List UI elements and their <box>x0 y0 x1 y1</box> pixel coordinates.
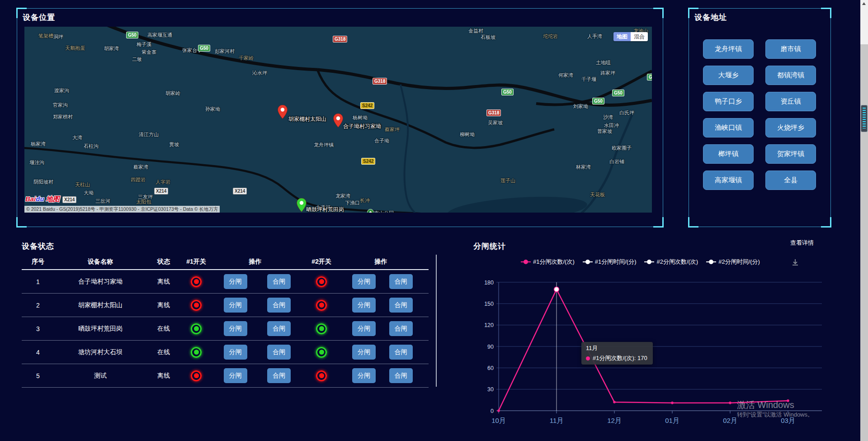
map-place-label: 沙湾 <box>603 114 613 121</box>
address-button-磨市镇[interactable]: 磨市镇 <box>765 39 816 59</box>
close-switch-button[interactable]: 合闸 <box>389 298 413 313</box>
close-switch-button[interactable]: 合闸 <box>389 274 413 289</box>
map-type-normal[interactable]: 地图 <box>613 32 631 41</box>
corner-decoration <box>688 217 698 228</box>
map-place-label: 贯坡 <box>169 141 179 148</box>
open-switch-button[interactable]: 分闸 <box>352 321 376 336</box>
close-switch-button[interactable]: 合闸 <box>389 345 413 360</box>
scrollbar-thumb[interactable] <box>861 105 868 132</box>
svg-text:30: 30 <box>487 386 494 393</box>
map-place-label: 笔架槽 <box>38 33 53 39</box>
close-switch-button[interactable]: 合闸 <box>389 368 413 383</box>
download-icon[interactable] <box>791 258 799 268</box>
scrollbar-up-arrow-icon[interactable] <box>862 2 866 5</box>
section-divider <box>436 255 437 387</box>
close-switch-button[interactable]: 合闸 <box>267 274 291 289</box>
map-place-label: 柳树坳 <box>460 131 475 138</box>
baidu-logo: Baidu 地图 <box>25 195 60 204</box>
corner-decoration <box>821 8 831 18</box>
close-switch-button[interactable]: 合闸 <box>267 321 291 336</box>
map-place-label: 天鹅抱蛋 <box>65 45 85 52</box>
map-place-label: 石柱沟 <box>84 143 99 150</box>
address-button-资丘镇[interactable]: 资丘镇 <box>765 92 816 111</box>
map-place-label: 人字岩 <box>156 179 170 185</box>
map-place-label: 大坳 <box>84 190 94 196</box>
table-cell: 晒鼓坪村荒田岗 <box>54 325 146 333</box>
open-switch-button[interactable]: 分闸 <box>224 298 247 313</box>
road-badge-g318: G318 <box>333 36 347 43</box>
close-switch-button[interactable]: 合闸 <box>267 345 291 360</box>
road-badge-g50: G50 <box>198 45 210 52</box>
table-cell: 在线 <box>146 325 181 333</box>
table-header-row: 序号设备名称状态#1开关操作#2开关操作 <box>22 254 429 270</box>
road-badge-g50: G50 <box>612 90 624 96</box>
open-switch-button[interactable]: 分闸 <box>224 274 247 289</box>
map-place-label: 紫金寨 <box>142 49 156 56</box>
address-button-鸭子口乡[interactable]: 鸭子口乡 <box>703 92 754 111</box>
address-button-渔峡口镇[interactable]: 渔峡口镇 <box>703 118 754 138</box>
tooltip-value-text: #1分闸次数/(次): 170 <box>593 354 647 362</box>
legend-label: #2分闸次数/(次) <box>656 258 698 266</box>
switch-status-indicator-red <box>191 370 202 381</box>
legend-item[interactable]: #1分闸次数/(次) <box>521 258 575 266</box>
map-place-label: 胡家湾 <box>104 45 119 52</box>
corner-decoration <box>653 8 664 18</box>
switch-status-indicator-green <box>316 347 327 358</box>
address-button-大堰乡[interactable]: 大堰乡 <box>703 66 754 85</box>
road-badge-x214: X214 <box>233 188 247 194</box>
switch-status-indicator-red <box>191 300 202 311</box>
switch-status-indicator-red <box>316 276 327 287</box>
device-address-title: 设备地址 <box>694 12 727 23</box>
open-switch-button[interactable]: 分闸 <box>352 274 376 289</box>
close-switch-button[interactable]: 合闸 <box>267 298 291 313</box>
table-cell: 在线 <box>146 348 181 356</box>
address-button-龙舟坪镇[interactable]: 龙舟坪镇 <box>703 39 754 59</box>
address-button-榔坪镇[interactable]: 榔坪镇 <box>703 144 754 164</box>
open-switch-button[interactable]: 分闸 <box>352 345 376 360</box>
page-scrollbar[interactable] <box>860 0 868 441</box>
address-button-火烧坪乡[interactable]: 火烧坪乡 <box>765 118 816 138</box>
table-header-cell: 设备名称 <box>54 258 146 266</box>
baidu-map[interactable]: 笔架槽洞坪天鹅抱蛋胡家湾高家堰互通梅子溪紫金寨二墩张家台子彭家河村千家岭沁水坪胡… <box>24 27 652 213</box>
open-switch-button[interactable]: 分闸 <box>224 345 247 360</box>
legend-item[interactable]: #2分闸时间/(分) <box>706 258 760 266</box>
map-type-hybrid[interactable]: 混合 <box>631 32 648 41</box>
legend-item[interactable]: #1分闸时间/(分) <box>583 258 637 266</box>
legend-marker-icon <box>521 260 531 264</box>
map-place-label: 路家坪 <box>600 70 615 76</box>
map-place-label: 堰洼沟 <box>29 159 44 166</box>
road-badge-x214: X214 <box>62 196 76 203</box>
device-marker-pin[interactable] <box>278 105 288 119</box>
map-place-label: 白氏坪 <box>619 109 634 116</box>
close-switch-button[interactable]: 合闸 <box>267 368 291 383</box>
view-details-link[interactable]: 查看详情 <box>790 239 814 247</box>
address-button-全县[interactable]: 全县 <box>765 171 816 190</box>
open-switch-button[interactable]: 分闸 <box>352 298 376 313</box>
map-place-label: 阴阳坡村 <box>33 179 53 185</box>
map-place-label: 林家湾 <box>576 164 591 171</box>
svg-text:120: 120 <box>484 322 494 328</box>
map-place-label: 二墩 <box>132 56 142 63</box>
open-switch-button[interactable]: 分闸 <box>352 368 376 383</box>
map-place-label: 四蹬岩 <box>131 176 146 183</box>
device-status-table: 序号设备名称状态#1开关操作#2开关操作1合子坳村习家坳离线分闸合闸分闸合闸2胡… <box>22 254 429 388</box>
map-place-label: 下渔口 <box>345 199 360 206</box>
address-button-高家堰镇[interactable]: 高家堰镇 <box>703 171 754 190</box>
road-badge-x214: X214 <box>154 188 168 194</box>
close-switch-button[interactable]: 合闸 <box>389 321 413 336</box>
table-header-cell: #2开关 <box>299 258 344 266</box>
address-button-贺家坪镇[interactable]: 贺家坪镇 <box>765 144 816 164</box>
road-badge-g50: G50 <box>126 32 138 38</box>
svg-text:180: 180 <box>484 280 494 286</box>
device-marker-pin[interactable] <box>297 198 307 212</box>
map-place-label: 人手湾 <box>587 33 602 40</box>
device-marker-pin[interactable] <box>333 114 343 128</box>
open-switch-button[interactable]: 分闸 <box>224 368 247 383</box>
table-cell: 离线 <box>146 372 181 380</box>
table-cell: 塘坊河村大石坝 <box>54 348 146 356</box>
legend-label: #2分闸时间/(分) <box>718 258 760 266</box>
legend-item[interactable]: #2分闸次数/(次) <box>644 258 698 266</box>
address-button-都镇湾镇[interactable]: 都镇湾镇 <box>765 66 816 85</box>
open-switch-button[interactable]: 分闸 <box>224 321 247 336</box>
table-cell: 离线 <box>146 278 181 286</box>
